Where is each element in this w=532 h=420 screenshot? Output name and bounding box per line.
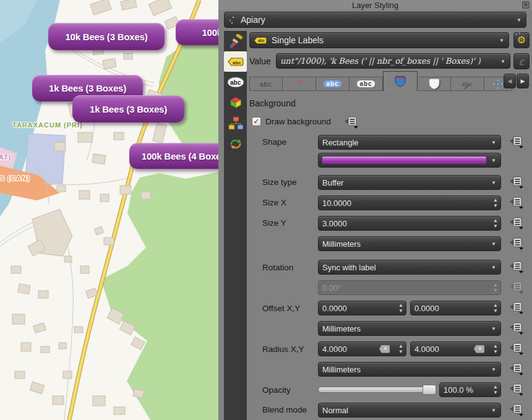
spinner-arrows-icon[interactable]: ▲▼ — [493, 302, 498, 314]
map-label-orange: S (CAN) — [0, 174, 30, 182]
radius-y-spinbox[interactable]: 4.0000 × ▲▼ — [410, 341, 501, 356]
opacity-slider[interactable] — [318, 387, 435, 393]
tab-callouts[interactable]: abc — [451, 77, 484, 91]
tab-formatting[interactable]: +ab < c — [283, 77, 316, 91]
sidebar-item-3d-view[interactable] — [224, 92, 247, 113]
chevron-down-icon: ▼ — [500, 58, 505, 64]
offset-y-value: 0.0000 — [414, 304, 439, 313]
map-bee-label: 10k Bees (3 Boxes) — [48, 23, 165, 50]
cube-3d-icon — [229, 96, 242, 109]
chevron-left-icon: ◀ — [508, 78, 512, 84]
offset-override-button[interactable] — [508, 301, 526, 315]
radius-x-value: 4.0000 — [322, 345, 347, 354]
tab-background[interactable] — [383, 71, 418, 91]
panel-titlebar: Layer Styling × — [218, 0, 532, 10]
opacity-spinbox[interactable]: 100.0 % ▲▼ — [439, 382, 501, 397]
background-shield-icon — [393, 75, 407, 88]
shape-combo[interactable]: Rectangle ▼ — [318, 135, 501, 150]
size-x-override-button[interactable] — [508, 196, 526, 210]
spinner-arrows-icon[interactable]: ▲▼ — [493, 343, 498, 354]
offset-unit-value: Millimeters — [322, 324, 361, 333]
size-x-value: 10.0000 — [322, 199, 351, 208]
layer-selector-combo[interactable]: Apiary ▼ — [224, 12, 526, 28]
size-x-label: Size X — [262, 198, 286, 207]
radius-x-spinbox[interactable]: 4.0000 × ▲▼ — [318, 341, 406, 356]
epsilon-icon: ε — [519, 56, 524, 67]
offset-unit-override-button[interactable] — [508, 322, 526, 335]
draw-background-checkbox[interactable]: ✓ — [252, 117, 261, 126]
sidebar-item-symbology[interactable] — [224, 31, 247, 51]
map-canvas[interactable]: TARAXACUM (PRI) AT) S (CAN) 10k Bees (3 … — [0, 0, 218, 420]
offset-x-spinbox[interactable]: 0.0000 ▲▼ — [318, 301, 406, 315]
shape-label: Shape — [262, 137, 286, 147]
labeling-mode-combo[interactable]: abc Single Labels ▼ — [249, 32, 509, 48]
spinner-arrows-icon: ▲▼ — [493, 282, 498, 293]
layer-styling-panel: Layer Styling × Apiary ▼ — [218, 0, 532, 420]
auto-placement-settings-button[interactable]: ⚙ — [513, 32, 530, 48]
sidebar-item-history[interactable] — [224, 133, 247, 153]
opacity-slider-handle[interactable] — [423, 385, 436, 395]
draw-background-override-button[interactable] — [343, 116, 361, 129]
diagram-icon — [228, 116, 243, 130]
tab-shadow[interactable] — [418, 77, 451, 91]
radius-override-button[interactable] — [508, 342, 526, 356]
shadow-shield-icon — [427, 78, 441, 90]
rotation-mode-combo[interactable]: Sync with label ▼ — [318, 260, 501, 275]
map-basemap — [0, 0, 218, 420]
sidebar-item-labels[interactable]: abc — [224, 51, 247, 72]
sidebar-item-diagrams[interactable] — [224, 113, 247, 133]
rotation-override-button[interactable] — [508, 260, 526, 274]
opacity-label: Opacity — [262, 385, 291, 395]
size-type-override-button[interactable] — [508, 176, 526, 189]
size-unit-override-button[interactable] — [508, 237, 526, 251]
chevron-down-icon: ▼ — [491, 326, 496, 332]
size-y-override-button[interactable] — [508, 216, 526, 230]
radius-unit-override-button[interactable] — [508, 362, 526, 376]
size-x-spinbox[interactable]: 10.0000 ▲▼ — [318, 195, 501, 210]
rotation-label: Rotation — [262, 263, 293, 272]
blend-mode-override-button[interactable] — [508, 403, 526, 417]
clear-field-icon[interactable]: × — [474, 345, 484, 353]
value-expression-text: unt"/1000), 'k Bees (' || nbr_of_boxes |… — [280, 56, 481, 66]
shape-value: Rectangle — [322, 138, 359, 147]
offset-unit-combo[interactable]: Millimeters ▼ — [318, 321, 501, 336]
rotation-mode-value: Sync with label — [322, 263, 376, 272]
expression-builder-button[interactable]: ε — [513, 53, 530, 69]
tab-buffer[interactable]: abc — [316, 77, 350, 91]
panel-sidebar: abc abc — [224, 31, 247, 420]
chevron-down-icon: ▼ — [491, 241, 496, 247]
opacity-override-button[interactable] — [508, 383, 526, 396]
spinner-arrows-icon[interactable]: ▲▼ — [493, 197, 498, 208]
blend-mode-value: Normal — [322, 406, 348, 415]
tab-scroll-right-button[interactable]: ▶ — [517, 74, 529, 88]
size-y-spinbox[interactable]: 3.0000 ▲▼ — [318, 216, 501, 231]
layer-selector-value: Apiary — [241, 15, 265, 25]
spinner-arrows-icon[interactable]: ▲▼ — [493, 218, 498, 229]
spinner-arrows-icon[interactable]: ▲▼ — [398, 302, 403, 314]
chevron-down-icon: ▼ — [517, 17, 521, 23]
text-tab-icon: abc — [260, 80, 273, 88]
size-type-combo[interactable]: Buffer ▼ — [318, 175, 501, 190]
radius-unit-combo[interactable]: Millimeters ▼ — [318, 362, 501, 377]
section-heading: Background — [249, 98, 296, 108]
tab-mask[interactable]: abc — [350, 77, 383, 91]
offset-y-spinbox[interactable]: 0.0000 ▲▼ — [410, 301, 501, 315]
tab-scroll-left-button[interactable]: ◀ — [504, 74, 516, 88]
label-tag-icon: abc — [254, 36, 267, 45]
clear-field-icon[interactable]: × — [379, 345, 390, 353]
data-defined-override-icon — [343, 116, 361, 129]
blend-mode-combo[interactable]: Normal ▼ — [318, 403, 501, 418]
fill-color-dropdown[interactable]: ▼ — [318, 153, 501, 168]
close-icon[interactable]: × — [522, 1, 530, 9]
spinner-arrows-icon[interactable]: ▲▼ — [398, 343, 403, 354]
size-unit-combo[interactable]: Millimeters ▼ — [318, 236, 501, 251]
history-arrows-icon — [229, 137, 242, 150]
shape-override-button[interactable] — [508, 135, 526, 149]
sidebar-item-masks[interactable]: abc — [224, 72, 247, 92]
value-expression-combo[interactable]: unt"/1000), 'k Bees (' || nbr_of_boxes |… — [276, 53, 510, 69]
tab-text[interactable]: abc — [249, 77, 283, 91]
chevron-down-icon: ▼ — [491, 158, 496, 163]
radius-y-value: 4.0000 — [414, 345, 439, 354]
map-bee-label: 100k B — [176, 19, 218, 45]
spinner-arrows-icon[interactable]: ▲▼ — [493, 384, 498, 395]
